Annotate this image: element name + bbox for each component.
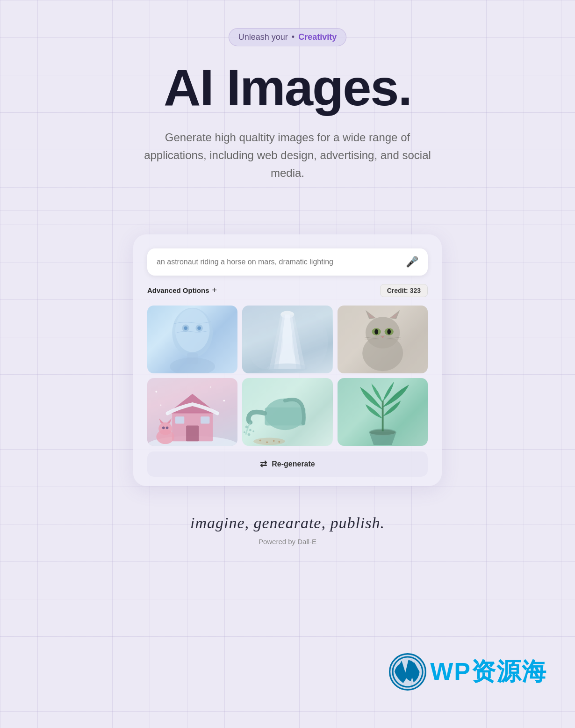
options-row: Advanced Options + Credit: 323 <box>147 284 428 297</box>
svg-point-41 <box>166 426 169 429</box>
hero-badge: Unleash your • Creativity <box>229 28 346 46</box>
svg-rect-35 <box>201 416 209 423</box>
svg-point-56 <box>266 441 268 443</box>
svg-point-12 <box>292 314 328 369</box>
powered-by-label: Powered by Dall-E <box>259 538 316 546</box>
regenerate-button[interactable]: ⇄ Re-generate <box>147 451 428 477</box>
footer-section: imagine, genearate, publish. Powered by … <box>190 514 385 546</box>
svg-point-52 <box>248 433 251 436</box>
page-title: AI Images. <box>164 60 411 115</box>
svg-point-7 <box>170 357 215 373</box>
svg-point-45 <box>160 404 162 406</box>
svg-point-50 <box>249 429 252 431</box>
powered-by-row: Powered by Dall-E <box>259 538 316 546</box>
watermark: WP资源海 <box>389 653 547 691</box>
plus-icon: + <box>212 285 217 295</box>
svg-point-57 <box>273 440 275 442</box>
credit-badge: Credit: 323 <box>380 284 428 297</box>
main-card: 🎤 Advanced Options + Credit: 323 <box>133 234 442 486</box>
generated-image-watering[interactable] <box>242 378 332 446</box>
svg-point-1 <box>175 308 209 352</box>
svg-point-23 <box>387 329 391 335</box>
footer-tagline: imagine, genearate, publish. <box>190 514 385 532</box>
badge-plain-text: Unleash your <box>238 32 288 42</box>
regenerate-label: Re-generate <box>272 460 315 468</box>
svg-rect-34 <box>175 416 184 423</box>
svg-point-4 <box>184 326 187 330</box>
generated-image-pink-house[interactable] <box>147 378 237 446</box>
svg-rect-48 <box>265 407 306 425</box>
hero-subtitle: Generate high qualtity images for a wide… <box>138 129 437 182</box>
microphone-icon[interactable]: 🎤 <box>406 256 418 268</box>
svg-point-51 <box>244 431 245 433</box>
svg-point-53 <box>253 430 255 432</box>
svg-point-44 <box>210 386 211 388</box>
svg-point-42 <box>155 391 157 393</box>
svg-point-15 <box>366 317 400 349</box>
svg-point-54 <box>254 437 286 444</box>
generated-image-abstract[interactable] <box>242 306 332 373</box>
svg-point-11 <box>247 314 283 369</box>
image-grid <box>147 306 428 446</box>
badge-purple-text: Creativity <box>298 32 337 42</box>
svg-point-22 <box>374 329 378 335</box>
search-input[interactable] <box>157 258 406 266</box>
advanced-options-label: Advanced Options <box>147 286 209 294</box>
generated-image-cat[interactable] <box>338 306 428 373</box>
regenerate-icon: ⇄ <box>260 459 267 469</box>
svg-point-55 <box>259 439 261 441</box>
section-divider <box>0 211 575 211</box>
svg-point-5 <box>197 326 201 330</box>
advanced-options-toggle[interactable]: Advanced Options + <box>147 285 217 295</box>
generated-image-plant[interactable] <box>338 378 428 446</box>
search-container: 🎤 <box>147 248 428 276</box>
wordpress-logo-icon <box>389 653 426 691</box>
svg-rect-33 <box>186 425 199 441</box>
svg-point-37 <box>158 422 172 435</box>
svg-point-43 <box>223 400 225 401</box>
svg-point-40 <box>162 426 165 429</box>
watermark-text: WP资源海 <box>430 655 547 688</box>
badge-dot: • <box>292 32 295 42</box>
generated-image-robot[interactable] <box>147 306 237 373</box>
svg-point-58 <box>279 441 280 443</box>
